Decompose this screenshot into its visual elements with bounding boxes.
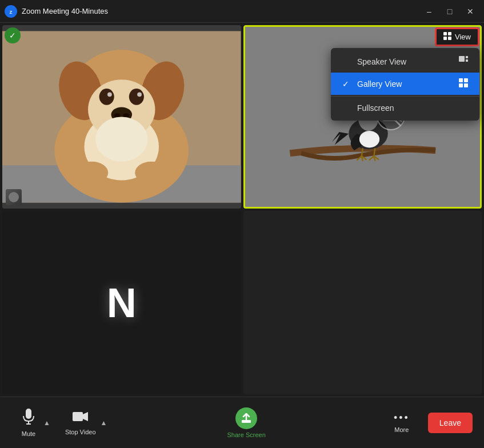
camera-icon	[73, 410, 89, 426]
speaker-view-checkmark	[342, 57, 351, 66]
svg-rect-4	[443, 37, 447, 40]
svg-rect-46	[242, 420, 251, 423]
svg-point-21	[99, 89, 114, 105]
stop-video-button[interactable]: Stop Video	[58, 407, 103, 439]
zoom-logo: Z	[5, 5, 17, 18]
share-screen-icon-bg	[235, 407, 257, 429]
mute-chevron-button[interactable]: ▲	[42, 417, 51, 429]
share-screen-label: Share Screen	[227, 431, 265, 438]
svg-rect-42	[26, 409, 31, 419]
svg-point-26	[114, 113, 120, 118]
share-screen-icon	[241, 413, 251, 423]
minimize-button[interactable]: –	[420, 3, 438, 19]
stop-video-label: Stop Video	[65, 429, 96, 435]
video-cell-empty	[243, 211, 482, 394]
titlebar: Z Zoom Meeting 40-Minutes – □ ✕	[0, 0, 484, 23]
grid-view-icon	[443, 32, 451, 42]
svg-point-28	[95, 117, 147, 162]
stop-video-group: Stop Video ▲	[58, 407, 109, 439]
titlebar-left: Z Zoom Meeting 40-Minutes	[5, 5, 108, 18]
security-badge: ✓	[5, 27, 21, 43]
toolbar-right-group: ••• More Leave	[385, 409, 473, 437]
mute-button[interactable]: Mute	[11, 405, 46, 441]
view-button[interactable]: View	[435, 27, 479, 46]
svg-rect-12	[464, 83, 468, 87]
microphone-icon	[22, 409, 35, 428]
mic-svg	[22, 409, 35, 425]
participant-initial: N	[107, 279, 137, 326]
maximize-button[interactable]: □	[441, 3, 459, 19]
speaker-view-label: Speaker View	[357, 57, 406, 66]
svg-rect-7	[466, 56, 468, 58]
gallery-view-icon	[459, 78, 468, 89]
svg-point-22	[129, 89, 144, 105]
video-chevron-button[interactable]: ▲	[99, 417, 109, 429]
view-button-label: View	[455, 33, 471, 41]
svg-rect-3	[448, 32, 451, 35]
toolbar: Mute ▲ Stop Video ▲	[0, 397, 484, 448]
svg-point-23	[107, 92, 112, 97]
video-svg	[73, 410, 89, 423]
svg-rect-45	[73, 412, 83, 421]
share-screen-button[interactable]: Share Screen	[220, 404, 272, 442]
svg-point-27	[123, 113, 129, 118]
more-icon: •••	[394, 412, 410, 424]
svg-point-30	[135, 162, 167, 184]
more-label: More	[394, 426, 409, 433]
gallery-view-checkmark: ✓	[342, 79, 351, 89]
svg-point-33	[359, 131, 379, 147]
svg-text:Z: Z	[10, 9, 13, 14]
fullscreen-label: Fullscreen	[357, 103, 394, 113]
fullscreen-menu-item[interactable]: Fullscreen	[331, 98, 479, 118]
titlebar-controls: – □ ✕	[420, 3, 479, 19]
svg-rect-5	[448, 37, 451, 40]
speaker-view-icon	[459, 56, 468, 67]
svg-rect-6	[459, 56, 465, 62]
mute-label: Mute	[22, 430, 35, 437]
svg-rect-2	[443, 32, 447, 35]
video-cell-n: N	[2, 211, 241, 394]
svg-rect-11	[459, 83, 463, 87]
svg-point-29	[75, 162, 108, 184]
video-cell-dog	[2, 25, 241, 209]
gallery-view-label: Gallery View	[357, 79, 402, 89]
titlebar-title: Zoom Meeting 40-Minutes	[22, 7, 108, 15]
main-content: ✓ View Speaker View	[0, 23, 484, 397]
svg-point-24	[137, 92, 142, 97]
participant-avatar-dog	[6, 189, 22, 205]
close-button[interactable]: ✕	[461, 3, 479, 19]
speaker-view-menu-item[interactable]: Speaker View	[331, 50, 479, 73]
fullscreen-checkmark	[342, 103, 351, 113]
mute-group: Mute ▲	[11, 405, 51, 441]
menu-divider	[331, 96, 479, 97]
more-button[interactable]: ••• More	[385, 409, 419, 437]
svg-rect-10	[464, 78, 468, 82]
dog-video	[2, 25, 241, 209]
view-dropdown-menu: Speaker View ✓ Gallery View	[331, 48, 479, 121]
svg-rect-9	[459, 78, 463, 82]
toolbar-left-group: Mute ▲ Stop Video ▲	[11, 405, 108, 441]
security-check-icon: ✓	[9, 31, 16, 40]
toolbar-center-group: Share Screen	[220, 404, 272, 442]
gallery-view-menu-item[interactable]: ✓ Gallery View	[331, 73, 479, 95]
leave-button[interactable]: Leave	[428, 413, 473, 433]
svg-rect-8	[466, 59, 468, 62]
